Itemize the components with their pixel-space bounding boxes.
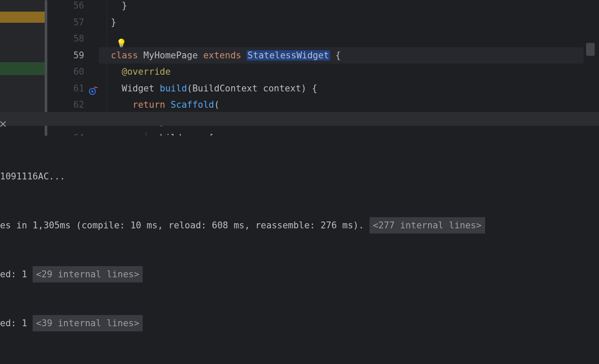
diff-marker-added[interactable]	[0, 62, 45, 75]
code-minimap-strip[interactable]	[584, 0, 599, 112]
token: extends	[203, 50, 247, 61]
code-editor[interactable]: 💡 }}class MyHomePage extends StatelessWi…	[99, 0, 584, 112]
token: {	[330, 50, 341, 61]
code-line[interactable]: }	[99, 14, 584, 31]
code-line[interactable]: @override	[99, 64, 584, 80]
token: Scaffold	[171, 100, 214, 110]
token: MyHomePage	[144, 50, 203, 61]
line-number[interactable]: 58	[47, 30, 99, 47]
code-line[interactable]: Widget build(BuildContext context) {	[99, 80, 584, 97]
token: BuildContext context	[193, 83, 301, 94]
console-text: ed: 1	[0, 318, 33, 328]
token: return	[133, 100, 171, 110]
folded-lines-badge[interactable]: <39 internal lines>	[33, 315, 143, 331]
token: class	[111, 50, 144, 61]
folded-lines-badge[interactable]: <29 internal lines>	[33, 266, 143, 282]
scrollbar-thumb[interactable]	[586, 43, 595, 56]
token: (	[187, 83, 193, 94]
svg-point-1	[92, 90, 94, 92]
token: }	[111, 17, 116, 27]
line-number[interactable]: 56	[47, 0, 99, 14]
line-number[interactable]: 59	[47, 47, 99, 64]
code-line[interactable]	[99, 30, 584, 47]
token: Widget	[122, 83, 160, 94]
code-line[interactable]: class MyHomePage extends StatelessWidget…	[99, 47, 584, 64]
console-text: 1091116AC...	[0, 171, 65, 182]
left-margin	[0, 0, 47, 112]
folded-lines-badge[interactable]: <277 internal lines>	[370, 217, 485, 234]
line-number[interactable]: 62	[47, 97, 99, 113]
ide-root: 565758596061626364656667686970 💡 }}class…	[0, 0, 599, 364]
run-gutter-icon[interactable]	[89, 85, 98, 94]
token: }	[122, 0, 127, 11]
tool-tab-bar[interactable]	[0, 112, 599, 126]
token: @override	[122, 67, 171, 77]
console-text: es in 1,305ms (compile: 10 ms, reload: 6…	[0, 220, 370, 231]
console-text: ed: 1	[0, 269, 33, 279]
code-line[interactable]: }	[99, 0, 584, 14]
console-output[interactable]: 1091116AC... es in 1,305ms (compile: 10 …	[0, 136, 599, 364]
token: ) {	[301, 83, 318, 94]
token: (	[214, 100, 220, 110]
line-number[interactable]: 61	[47, 80, 99, 97]
line-number[interactable]: 60	[47, 64, 99, 80]
line-number[interactable]: 57	[47, 14, 99, 31]
gutter[interactable]: 565758596061626364656667686970	[47, 0, 99, 112]
diff-marker-modified[interactable]	[0, 12, 45, 23]
close-icon[interactable]	[0, 119, 6, 129]
token: StatelessWidget	[247, 50, 330, 61]
code-line[interactable]: return Scaffold(	[99, 97, 584, 113]
token: build	[160, 83, 187, 94]
editor-area: 565758596061626364656667686970 💡 }}class…	[0, 0, 599, 112]
